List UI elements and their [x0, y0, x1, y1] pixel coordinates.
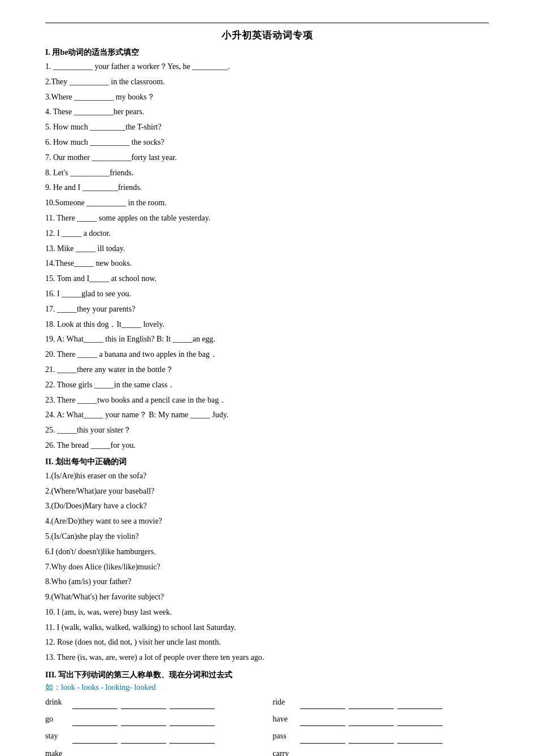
section2-roman: II.: [45, 457, 53, 466]
word-label-right-4: carry: [273, 746, 300, 756]
word-label-right-1: ride: [273, 695, 300, 709]
blank-right-1-3: [397, 701, 442, 709]
section1-line-15: 15. Tom and I_____ at school now.: [45, 272, 489, 286]
section1-line-20: 20. There _____ a banana and two apples …: [45, 348, 489, 361]
blank-left-1-1: [72, 701, 118, 709]
blank-left-4-2: [121, 753, 166, 756]
section1-heading: 用be动词的适当形式填空: [52, 48, 139, 57]
blank-left-1-3: [170, 701, 215, 709]
word-label-left-4: make: [45, 746, 72, 756]
section1-line-12: 12. I _____ a doctor.: [45, 227, 489, 240]
section1-line-11: 11. There _____ some apples on the table…: [45, 211, 489, 225]
word-label-left-3: stay: [45, 729, 72, 743]
section1-line-2: 2.They __________ in the classroom.: [45, 75, 489, 89]
blank-right-4-2: [349, 753, 394, 756]
section1-line-10: 10.Someone __________ in the room.: [45, 196, 489, 210]
section2-line-1: 1.(Is/Are)his eraser on the sofa?: [45, 469, 489, 483]
section2-line-13: 13. There (is, was, are, were) a lot of …: [45, 651, 489, 664]
section3-left-2: go: [45, 712, 262, 726]
section2-line-5: 5.(Is/Can)she play the violin?: [45, 530, 489, 543]
section3-right-4: carry: [273, 746, 489, 756]
section1-line-25: 25. _____this your sister？: [45, 424, 489, 437]
blank-left-3-3: [170, 736, 215, 744]
section3-heading: 写出下列动词的第三人称单数、现在分词和过去式: [58, 671, 232, 679]
section2-line-11: 11. I (walk, walks, walked, walking) to …: [45, 621, 489, 634]
blank-left-2-1: [72, 718, 118, 726]
section3-grid: drinkridegohavestaypassmakecarryteachcom…: [45, 695, 489, 756]
blank-right-3-1: [300, 736, 345, 744]
section1-line-3: 3.Where __________ my books？: [45, 90, 489, 104]
blank-left-3-1: [72, 736, 118, 744]
section1-title: I. 用be动词的适当形式填空: [45, 47, 489, 58]
section2-heading: 划出每句中正确的词: [55, 457, 127, 466]
section1-line-24: 24. A: What_____ your name？ B: My name _…: [45, 408, 489, 422]
section2-lines: 1.(Is/Are)his eraser on the sofa?2.(Wher…: [45, 469, 489, 664]
section1-line-18: 18. Look at this dog．It_____ lovely.: [45, 318, 489, 331]
section1-line-23: 23. There _____two books and a pencil ca…: [45, 394, 489, 407]
section3-right-3: pass: [273, 729, 489, 743]
section2-line-9: 9.(What/What's) her favorite subject?: [45, 590, 489, 604]
blank-right-4-1: [300, 753, 345, 756]
section1-line-26: 26. The bread _____for you.: [45, 439, 489, 452]
word-label-left-1: drink: [45, 695, 72, 709]
blank-left-2-3: [170, 718, 215, 726]
blank-right-2-3: [397, 718, 442, 726]
section3-left-3: stay: [45, 729, 262, 743]
blank-left-1-2: [121, 701, 166, 709]
section1-line-5: 5. How much _________the T-shirt?: [45, 120, 489, 134]
section1-line-19: 19. A: What_____ this in English? B: It …: [45, 332, 489, 346]
section2-line-8: 8.Who (am/is) your father?: [45, 575, 489, 589]
section1-line-9: 9. He and I _________friends.: [45, 181, 489, 195]
blank-right-4-3: [397, 753, 442, 756]
section1-line-17: 17. _____they your parents?: [45, 303, 489, 316]
blank-left-4-3: [170, 753, 215, 756]
section3-left-1: drink: [45, 695, 262, 709]
blank-right-2-1: [300, 718, 345, 726]
section2-line-10: 10. I (am, is, was, were) busy last week…: [45, 606, 489, 619]
section1-line-7: 7. Our mother __________forty last year.: [45, 151, 489, 165]
section3-title: III. 写出下列动词的第三人称单数、现在分词和过去式: [45, 670, 489, 680]
section1-line-21: 21. _____there any water in the bottle？: [45, 363, 489, 377]
section2-line-4: 4.(Are/Do)they want to see a movie?: [45, 515, 489, 528]
word-label-right-2: have: [273, 712, 300, 726]
section2-line-7: 7.Why does Alice (likes/like)music?: [45, 560, 489, 574]
section1-line-13: 13. Mike _____ ill today.: [45, 242, 489, 256]
section3-right-2: have: [273, 712, 489, 726]
blank-left-3-2: [121, 736, 166, 744]
section1-line-16: 16. I _____glad to see you.: [45, 287, 489, 301]
section3-right-1: ride: [273, 695, 489, 709]
section1-lines: 1. __________ your father a worker？Yes, …: [45, 60, 489, 452]
blank-right-3-2: [349, 736, 394, 744]
section2-line-6: 6.I (don't/ doesn't)like hamburgers.: [45, 545, 489, 559]
blank-left-2-2: [121, 718, 166, 726]
section1-line-8: 8. Let's __________friends.: [45, 166, 489, 180]
section1-line-14: 14.These_____ new books.: [45, 257, 489, 270]
blank-right-3-3: [397, 736, 442, 744]
section3-left-4: make: [45, 746, 262, 756]
blank-right-1-2: [349, 701, 394, 709]
section3-example: 如：look - looks - looking- looked: [45, 682, 489, 693]
blank-right-1-1: [300, 701, 345, 709]
page-title: 小升初英语动词专项: [45, 29, 489, 42]
section1-line-22: 22. Those girls _____in the same class．: [45, 378, 489, 392]
section2-line-2: 2.(Where/What)are your baseball?: [45, 485, 489, 498]
word-label-right-3: pass: [273, 729, 300, 743]
section3-roman: III.: [45, 671, 57, 679]
section1-line-1: 1. __________ your father a worker？Yes, …: [45, 60, 489, 74]
section1-line-6: 6. How much __________ the socks?: [45, 136, 489, 149]
blank-left-4-1: [72, 753, 118, 756]
section1-roman: I.: [45, 48, 50, 57]
section2-title: II. 划出每句中正确的词: [45, 457, 489, 467]
word-label-left-2: go: [45, 712, 72, 726]
section2-line-12: 12. Rose (does not, did not, ) visit her…: [45, 636, 489, 649]
section2-line-3: 3.(Do/Does)Mary have a clock?: [45, 499, 489, 513]
blank-right-2-2: [349, 718, 394, 726]
section1-line-4: 4. These __________her pears.: [45, 105, 489, 119]
